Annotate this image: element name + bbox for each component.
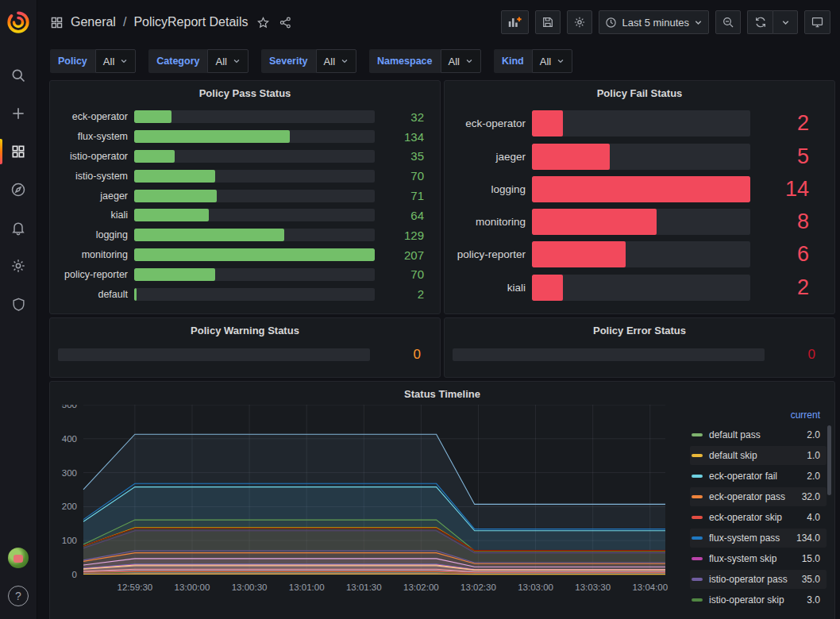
legend-series-value: 1.0 <box>807 450 820 461</box>
dashboard-settings-button[interactable] <box>567 10 592 34</box>
legend-item[interactable]: default pass2.0 <box>690 425 827 444</box>
legend-item[interactable]: flux-system skip15.0 <box>690 549 827 568</box>
legend-item[interactable]: flux-system pass134.0 <box>690 529 827 548</box>
variable-value-dropdown[interactable]: All <box>207 49 248 73</box>
warning-bar-track <box>58 348 370 361</box>
bar-gauge-row: jaeger71 <box>58 189 432 202</box>
legend-series-swatch <box>692 516 703 519</box>
alerting-bell-icon[interactable] <box>0 209 37 247</box>
legend-series-swatch <box>692 536 703 540</box>
bar-track <box>134 150 375 163</box>
bar-track <box>134 110 375 123</box>
breadcrumb: General / PolicyReport Details <box>50 15 292 29</box>
bar-gauge-row: default2 <box>58 287 432 301</box>
legend-series-value: 4.0 <box>807 512 820 523</box>
legend-scrollbar[interactable] <box>827 425 831 495</box>
error-bar-gauge: 0 <box>445 340 834 377</box>
help-icon[interactable]: ? <box>8 586 29 606</box>
grafana-logo-icon[interactable] <box>6 10 30 34</box>
legend-item[interactable]: eck-operator skip4.0 <box>690 508 827 527</box>
legend-item[interactable]: istio-operator skip3.0 <box>690 590 827 609</box>
bar-value: 64 <box>375 209 432 222</box>
bar-fill <box>134 130 290 143</box>
bar-gauge-row: monitoring8 <box>453 209 827 235</box>
bar-label: logging <box>58 229 134 240</box>
warning-value: 0 <box>370 347 432 363</box>
bar-label: istio-operator <box>58 151 134 162</box>
create-plus-icon[interactable] <box>0 94 37 133</box>
error-bar-track <box>453 348 765 361</box>
svg-text:13:00:00: 13:00:00 <box>175 582 210 592</box>
main-area: General / PolicyReport Details <box>37 0 840 619</box>
svg-text:500: 500 <box>62 405 77 409</box>
legend-series-value: 2.0 <box>807 429 820 440</box>
legend-item[interactable]: istio-operator pass35.0 <box>690 570 827 589</box>
time-picker-button[interactable]: Last 5 minutes <box>599 10 709 34</box>
panel-title-error[interactable]: Policy Error Status <box>445 318 834 340</box>
bar-fill <box>134 209 209 221</box>
save-dashboard-button[interactable] <box>535 10 561 34</box>
bar-gauge-row: istio-operator35 <box>58 149 432 163</box>
share-icon[interactable] <box>279 16 292 29</box>
zoom-out-button[interactable] <box>715 10 741 34</box>
legend-item[interactable]: default skip1.0 <box>690 446 827 465</box>
bar-track <box>134 229 375 241</box>
refresh-interval-dropdown[interactable] <box>773 10 798 34</box>
search-icon[interactable] <box>0 56 37 94</box>
page-title: PolicyReport Details <box>133 15 248 29</box>
dashboard-grid: Policy Pass Status eck-operator32flux-sy… <box>37 79 840 619</box>
panel-policy-warning: Policy Warning Status 0 <box>49 317 441 378</box>
legend-series-value: 134.0 <box>796 532 820 544</box>
bar-value: 2 <box>750 111 827 136</box>
bar-value: 2 <box>750 275 827 300</box>
server-admin-shield-icon[interactable] <box>0 285 37 323</box>
legend-item[interactable]: eck-operator pass32.0 <box>690 487 827 506</box>
toolbar: Last 5 minutes <box>501 10 830 34</box>
bar-fill <box>532 241 626 267</box>
dashboard-header: General / PolicyReport Details <box>37 0 840 44</box>
panel-title-warning[interactable]: Policy Warning Status <box>50 318 440 340</box>
variable-value-dropdown[interactable]: All <box>441 49 481 73</box>
bar-value: 129 <box>375 229 432 242</box>
legend-current-header[interactable]: current <box>690 408 827 425</box>
timeline-chart[interactable]: 010020030040050012:59:3013:00:0013:00:30… <box>55 405 685 619</box>
variable-value-dropdown[interactable]: All <box>532 49 572 73</box>
legend-series-value: 2.0 <box>807 471 820 482</box>
bar-gauge-row: policy-reporter70 <box>58 267 432 281</box>
panel-title-fail[interactable]: Policy Fail Status <box>445 81 834 102</box>
variable-label: Category <box>148 49 207 73</box>
timeline-plot: 010020030040050012:59:3013:00:0013:00:30… <box>55 405 669 600</box>
bar-track <box>532 176 750 202</box>
configuration-gear-icon[interactable] <box>0 247 37 285</box>
explore-compass-icon[interactable] <box>0 171 37 209</box>
bar-label: eck-operator <box>453 117 532 129</box>
variable-value-dropdown[interactable]: All <box>316 49 356 73</box>
add-panel-button[interactable] <box>501 10 529 34</box>
bar-label: eck-operator <box>58 111 134 122</box>
dashboards-icon[interactable] <box>0 133 37 171</box>
bar-fill <box>134 288 137 301</box>
star-icon[interactable] <box>256 16 270 29</box>
chevron-down-icon <box>120 56 128 67</box>
legend-series-label: istio-operator skip <box>709 594 807 606</box>
user-avatar[interactable] <box>8 548 29 568</box>
variable-label: Policy <box>50 49 95 73</box>
bar-track <box>532 275 750 301</box>
svg-text:13:01:00: 13:01:00 <box>289 582 325 592</box>
panel-title-timeline[interactable]: Status Timeline <box>50 382 834 403</box>
svg-text:12:59:30: 12:59:30 <box>118 582 153 592</box>
refresh-button[interactable] <box>747 10 773 34</box>
panel-title-pass[interactable]: Policy Pass Status <box>50 81 440 102</box>
legend-item[interactable]: eck-operator fail2.0 <box>690 467 827 486</box>
bar-gauge-row: policy-reporter6 <box>453 241 827 267</box>
breadcrumb-separator: / <box>123 15 126 29</box>
dashboard-grid-icon <box>50 16 64 29</box>
cycle-view-mode-button[interactable] <box>804 10 830 34</box>
breadcrumb-folder[interactable]: General <box>71 15 116 29</box>
legend-series-label: default pass <box>709 429 807 440</box>
svg-text:13:03:00: 13:03:00 <box>518 582 553 592</box>
legend-series-value: 3.0 <box>807 594 820 606</box>
fail-bar-gauge: eck-operator2jaeger5logging14monitoring8… <box>445 102 834 313</box>
variable-value-dropdown[interactable]: All <box>95 49 136 73</box>
bar-fill <box>134 190 217 202</box>
